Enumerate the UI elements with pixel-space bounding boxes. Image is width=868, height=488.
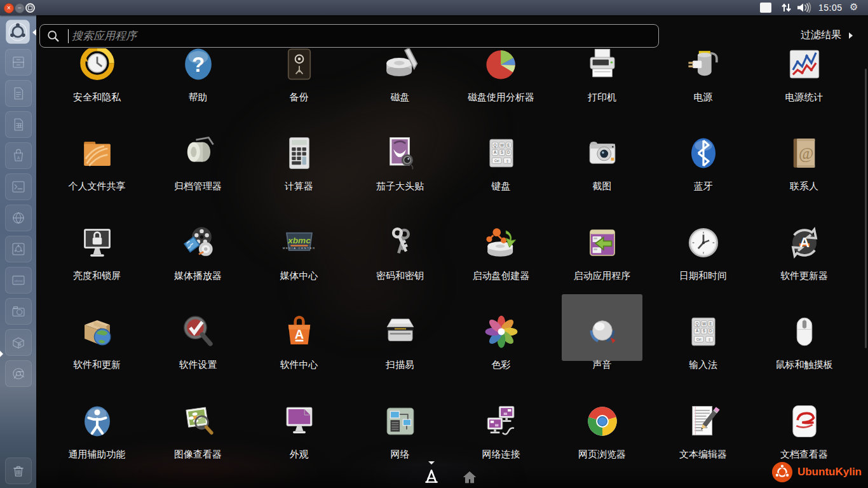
launcher-item-terminal[interactable]: [5, 173, 32, 200]
launcher-item-file-manager[interactable]: [5, 49, 32, 76]
launcher-item-software-center[interactable]: A: [5, 142, 32, 169]
network-sync-icon[interactable]: [780, 3, 793, 13]
app-label: 通用辅助功能: [69, 449, 126, 461]
startup-disk-creator-icon: [483, 224, 520, 261]
network-icon: [382, 403, 419, 440]
app-label: 密码和密钥: [376, 270, 424, 282]
app-tile[interactable]: 茄子大头贴: [349, 109, 451, 198]
collapse-arrow-icon[interactable]: [428, 461, 435, 464]
power-statistics-icon: [786, 46, 823, 83]
disk-usage-analyzer-icon: [483, 46, 520, 83]
app-tile[interactable]: A软件更新器: [754, 198, 855, 287]
printers-icon: [584, 46, 621, 83]
app-label: 打印机: [588, 92, 616, 104]
app-tile[interactable]: 媒体播放器: [147, 198, 248, 287]
svg-text:W: W: [702, 322, 705, 326]
home-lens-icon[interactable]: [461, 469, 478, 485]
app-label: 磁盘: [391, 92, 410, 104]
app-tile[interactable]: 个人文件共享: [46, 109, 147, 198]
app-tile[interactable]: A软件中心: [248, 287, 349, 377]
minimize-button[interactable]: −: [15, 3, 25, 13]
app-tile[interactable]: 鼠标和触摸板: [754, 287, 855, 377]
launcher-item-libreoffice-writer[interactable]: [5, 80, 32, 107]
svg-text:A: A: [294, 327, 303, 341]
app-tile[interactable]: 亮度和锁屏: [46, 198, 147, 287]
filter-results-button[interactable]: 过滤结果: [801, 29, 853, 42]
app-tile[interactable]: 日期和时间: [653, 198, 754, 287]
svg-text:xbmc: xbmc: [287, 235, 311, 245]
app-tile[interactable]: QWEASDCtrl⇧键盘: [451, 109, 552, 198]
search-bar[interactable]: [39, 24, 659, 48]
app-label: 文本编辑器: [679, 449, 727, 461]
launcher-item-trash[interactable]: [5, 458, 32, 484]
app-tile[interactable]: 软件设置: [147, 287, 248, 377]
startup-applications-icon: [584, 224, 621, 261]
app-tile[interactable]: 色彩: [451, 287, 552, 377]
app-label: 电源统计: [785, 92, 824, 104]
brand-name: UbuntuKylin: [797, 466, 862, 478]
close-button[interactable]: ×: [4, 3, 14, 13]
search-input[interactable]: [71, 29, 652, 43]
date-time-icon: [685, 224, 722, 261]
volume-icon[interactable]: [797, 3, 812, 13]
svg-text:⇧: ⇧: [707, 337, 710, 342]
applications-lens-icon[interactable]: [423, 468, 440, 485]
app-tile[interactable]: 网络连接: [451, 376, 552, 466]
app-tile[interactable]: 截图: [552, 109, 653, 198]
launcher-item-camera[interactable]: [5, 298, 32, 325]
app-tile[interactable]: 网页浏览器: [552, 376, 653, 466]
app-tile[interactable]: 启动应用程序: [552, 198, 653, 287]
app-label: 网页浏览器: [578, 449, 626, 461]
app-label: 软件设置: [179, 359, 217, 371]
app-tile[interactable]: 软件和更新: [46, 287, 147, 377]
appearance-icon: [281, 403, 318, 440]
svg-text:E: E: [507, 143, 510, 147]
launcher-item-xbmc[interactable]: xbmc: [5, 267, 32, 294]
app-tile[interactable]: 声音: [552, 287, 653, 377]
clock-label[interactable]: 15:05: [818, 3, 843, 13]
app-tile[interactable]: 密码和密钥: [349, 198, 451, 287]
launcher-item-libreoffice-calc[interactable]: [5, 111, 32, 138]
app-tile[interactable]: 网络: [349, 376, 451, 466]
app-label: 归档管理器: [174, 180, 222, 193]
chevron-right-icon: [849, 32, 853, 39]
app-label: 鼠标和触摸板: [776, 359, 833, 371]
app-tile[interactable]: @联系人: [754, 109, 855, 198]
app-label: 电源: [694, 92, 713, 104]
launcher-item-ubuntu-bfb[interactable]: [5, 19, 31, 44]
app-tile[interactable]: 外观: [248, 376, 349, 466]
unity-dash-screen: 安全和隐私?帮助备份磁盘磁盘使用分析器打印机电源电源统计个人文件共享归档管理器计…: [0, 0, 868, 488]
app-label: 启动盘创建器: [473, 270, 530, 282]
app-tile[interactable]: 文本编辑器: [653, 376, 754, 466]
session-gear-icon[interactable]: ⚙: [850, 1, 858, 13]
universal-access-icon: [79, 403, 116, 440]
app-tile[interactable]: QWEASDCtrl⇧输入法: [653, 287, 754, 377]
disks-icon: [382, 46, 419, 83]
software-settings-icon: [180, 313, 217, 350]
power-icon: [685, 46, 722, 83]
app-tile[interactable]: xbmcMEDIA CENTER媒体中心: [248, 198, 349, 287]
software-updates-icon: [79, 313, 116, 350]
top-panel: × − 15:05 ⚙: [0, 0, 868, 15]
app-tile[interactable]: 通用辅助功能: [46, 376, 147, 466]
document-viewer-icon: [786, 403, 823, 440]
launcher-item-ubuntu-software[interactable]: [5, 236, 32, 262]
app-label: 计算器: [285, 180, 313, 193]
maximize-button[interactable]: [25, 3, 35, 13]
launcher-item-music-store[interactable]: [5, 329, 32, 356]
app-tile[interactable]: 归档管理器: [147, 109, 248, 198]
app-tile[interactable]: 扫描易: [349, 287, 451, 377]
app-tile[interactable]: 计算器: [248, 109, 349, 198]
app-tile[interactable]: 蓝牙: [653, 109, 754, 198]
launcher-item-web-browser[interactable]: [5, 205, 32, 231]
keyboard-indicator-icon[interactable]: [760, 3, 771, 13]
svg-text:E: E: [709, 322, 712, 326]
ubuntukylin-branding: UbuntuKylin: [771, 461, 862, 483]
software-center-icon: A: [281, 313, 318, 350]
dash-scrollbar[interactable]: [865, 69, 867, 348]
archive-manager-icon: [180, 135, 217, 172]
app-tile[interactable]: 图像查看器: [147, 376, 248, 466]
launcher-item-chrome[interactable]: [5, 360, 32, 387]
app-tile[interactable]: 启动盘创建器: [451, 198, 552, 287]
app-tile[interactable]: 文档查看器: [754, 376, 855, 466]
